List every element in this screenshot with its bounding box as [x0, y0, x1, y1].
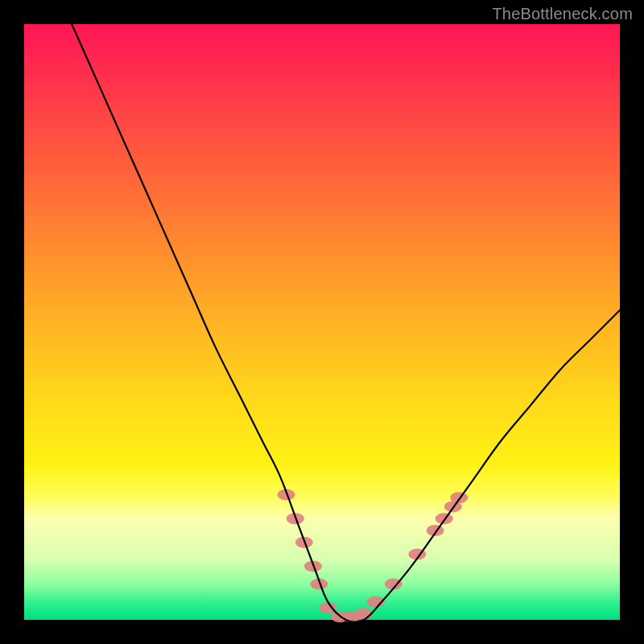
curve-svg	[24, 24, 620, 620]
watermark-text: TheBottleneck.com	[492, 5, 633, 23]
curve-marker	[436, 513, 453, 524]
curve-marker	[450, 492, 468, 503]
chart-frame: TheBottleneck.com	[0, 0, 644, 644]
plot-area	[24, 24, 620, 620]
curve-line	[72, 24, 620, 622]
curve-marker	[319, 602, 336, 613]
marker-group	[278, 489, 469, 623]
